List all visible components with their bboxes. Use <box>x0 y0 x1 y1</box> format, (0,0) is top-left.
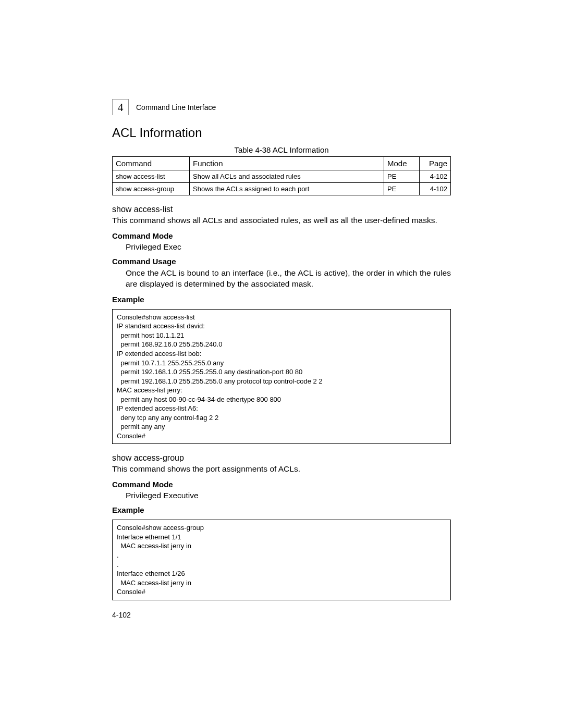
col-command: Command <box>113 157 190 170</box>
chapter-number: 4 <box>118 101 124 114</box>
section-title: ACL Information <box>112 126 451 140</box>
cell-mode: PE <box>384 170 420 183</box>
table-row: show access-list Show all ACLs and assoc… <box>113 170 451 183</box>
example-code-block: Console#show access-group Interface ethe… <box>112 520 451 600</box>
page-number: 4-102 <box>112 611 451 619</box>
command-name: show access-group <box>112 453 451 463</box>
cell-page: 4-102 <box>420 170 451 183</box>
acl-info-table: Command Function Mode Page show access-l… <box>112 156 451 195</box>
col-page: Page <box>420 157 451 170</box>
table-row: show access-group Shows the ACLs assigne… <box>113 183 451 195</box>
table-header-row: Command Function Mode Page <box>113 157 451 170</box>
example-label: Example <box>112 505 451 514</box>
cell-function: Shows the ACLs assigned to each port <box>190 183 384 195</box>
cell-function: Show all ACLs and associated rules <box>190 170 384 183</box>
command-usage-text: Once the ACL is bound to an interface (i… <box>126 268 451 290</box>
command-usage-label: Command Usage <box>112 257 451 266</box>
chapter-title: Command Line Interface <box>136 103 216 112</box>
example-code-block: Console#show access-list IP standard acc… <box>112 309 451 445</box>
command-mode-label: Command Mode <box>112 231 451 240</box>
col-function: Function <box>190 157 384 170</box>
command-description: This command shows all ACLs and associat… <box>112 215 451 226</box>
cell-command: show access-list <box>113 170 190 183</box>
col-mode: Mode <box>384 157 420 170</box>
document-page: 4 Command Line Interface ACL Information… <box>0 0 563 619</box>
table-caption: Table 4-38 ACL Information <box>112 145 451 154</box>
cell-mode: PE <box>384 183 420 195</box>
command-description: This command shows the port assignments … <box>112 464 451 475</box>
cell-page: 4-102 <box>420 183 451 195</box>
command-mode-value: Privileged Executive <box>126 491 451 500</box>
command-mode-label: Command Mode <box>112 480 451 489</box>
chapter-number-box: 4 <box>112 99 129 115</box>
page-header: 4 Command Line Interface <box>112 99 451 115</box>
example-label: Example <box>112 295 451 304</box>
command-name: show access-list <box>112 205 451 214</box>
cell-command: show access-group <box>113 183 190 195</box>
command-mode-value: Privileged Exec <box>126 242 451 252</box>
